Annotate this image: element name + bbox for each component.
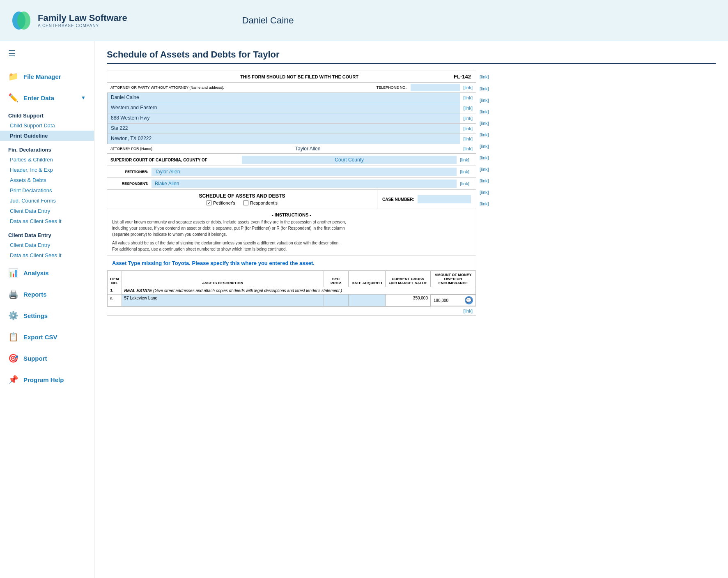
right-link-12[interactable]: [link] <box>480 201 489 206</box>
case-number-input[interactable] <box>418 195 471 203</box>
right-link-7[interactable]: [link] <box>480 144 489 149</box>
link-btn-5[interactable]: [link] <box>463 126 473 131</box>
sidebar-item-export-csv[interactable]: 📋 Export CSV <box>0 326 94 348</box>
hamburger-menu[interactable]: ☰ <box>0 41 94 66</box>
real-estate-label: REAL ESTATE (Give street addresses and a… <box>122 287 476 295</box>
item-a-sep-prop[interactable] <box>324 295 349 306</box>
link-btn-7[interactable]: [link] <box>463 146 473 151</box>
sidebar-item-settings[interactable]: ⚙️ Settings <box>0 305 94 326</box>
right-link-1[interactable]: [link] <box>480 74 489 79</box>
instructions-text: List all your known community and separa… <box>112 219 471 252</box>
respondent-checkbox[interactable] <box>243 200 248 205</box>
logo-text: Family Law Software A CENTERBASE COMPANY <box>38 13 127 28</box>
attorney-for-value: Taylor Allen <box>156 144 460 153</box>
sidebar-item-assets-debts[interactable]: Assets & Debts <box>0 175 94 185</box>
attorney-section: ATTORNEY OR PARTY WITHOUT ATTORNEY (Name… <box>107 83 476 154</box>
right-link-4[interactable]: [link] <box>480 109 489 114</box>
right-link-5[interactable]: [link] <box>480 121 489 126</box>
right-link-3[interactable]: [link] <box>480 98 489 103</box>
link-btn-6[interactable]: [link] <box>463 136 473 141</box>
petitioner-row: PETITIONER: Taylor Allen [link] <box>107 166 476 178</box>
attorney-name-value: Daniel Caine <box>107 93 460 103</box>
header-client-name: Daniel Caine <box>242 15 294 26</box>
sidebar-item-jud-council-forms[interactable]: Jud. Council Forms <box>0 196 94 206</box>
sidebar-item-file-manager[interactable]: 📁 File Manager <box>0 66 94 87</box>
svg-point-1 <box>17 12 30 30</box>
attorney-for-row: ATTORNEY FOR (Name) Taylor Allen [link] <box>107 144 476 154</box>
telephone-input-field[interactable] <box>411 84 460 91</box>
petitioner-checkbox[interactable]: ✓ <box>207 200 211 205</box>
folder-icon: 📁 <box>8 71 18 81</box>
right-link-column: [link] [link] [link] [link] [link] [link… <box>476 71 489 210</box>
link-btn-bottom[interactable]: [link] <box>463 309 473 313</box>
court-section: SUPERIOR COURT OF CALIFORNIA, COUNTY OF … <box>107 154 476 190</box>
sidebar-item-data-as-client-sees-2[interactable]: Data as Client Sees It <box>0 250 94 260</box>
sidebar: ☰ 📁 File Manager ✏️ Enter Data ▼ Child S… <box>0 41 94 578</box>
sidebar-item-print-declarations[interactable]: Print Declarations <box>0 185 94 196</box>
sidebar-reports-label: Reports <box>23 291 47 298</box>
sidebar-item-print-guideline[interactable]: Print Guideline <box>0 131 94 141</box>
petitioner-checkbox-label: Petitioner's <box>213 200 235 205</box>
respondent-checkbox-group: Respondent's <box>243 200 278 205</box>
sidebar-analysis-label: Analysis <box>23 269 49 276</box>
sidebar-item-header-inc-exp[interactable]: Header, Inc & Exp <box>0 165 94 175</box>
right-link-10[interactable]: [link] <box>480 178 489 183</box>
court-row: SUPERIOR COURT OF CALIFORNIA, COUNTY OF … <box>107 154 476 166</box>
right-link-9[interactable]: [link] <box>480 167 489 172</box>
schedule-checkboxes: ✓ Petitioner's Respondent's <box>112 200 372 205</box>
link-btn-9[interactable]: [link] <box>460 169 469 174</box>
respondent-row: RESPONDENT: Blake Allen [link] <box>107 178 476 189</box>
sidebar-support-label: Support <box>23 355 47 362</box>
link-btn-10[interactable]: [link] <box>460 181 469 186</box>
main-layout: ☰ 📁 File Manager ✏️ Enter Data ▼ Child S… <box>0 41 728 578</box>
link-btn-1[interactable]: [link] <box>463 85 473 90</box>
sidebar-enter-data-label: Enter Data <box>23 94 54 101</box>
sidebar-item-parties-children[interactable]: Parties & Children <box>0 154 94 165</box>
col-sep-prop: SEP. PROP. <box>324 271 349 287</box>
attorney-for-label: ATTORNEY FOR (Name) <box>107 146 156 152</box>
sidebar-item-client-data-entry-2[interactable]: Client Data Entry <box>0 240 94 250</box>
right-link-8[interactable]: [link] <box>480 155 489 160</box>
sidebar-program-help-label: Program Help <box>23 376 64 383</box>
main-content: Schedule of Assets and Debts for Taylor … <box>94 41 728 578</box>
sidebar-item-reports[interactable]: 🖨️ Reports <box>0 283 94 305</box>
firm-name-value: Western and Eastern <box>107 103 460 113</box>
sidebar-item-program-help[interactable]: 📌 Program Help <box>0 369 94 390</box>
form-header-notice: THIS FORM SHOULD NOT BE FILED WITH THE C… <box>145 74 454 79</box>
col-assets-desc: ASSETS DESCRIPTION <box>122 271 324 287</box>
case-number-area: CASE NUMBER: <box>377 190 476 209</box>
reports-icon: 🖨️ <box>8 289 18 299</box>
instructions-line2: including your spouse. If you contend an… <box>112 225 471 231</box>
link-btn-3[interactable]: [link] <box>463 106 473 111</box>
sidebar-item-enter-data[interactable]: ✏️ Enter Data ▼ <box>0 87 94 108</box>
sidebar-item-data-as-client-sees-1[interactable]: Data as Client Sees It <box>0 216 94 226</box>
item-a-fair-market: 350,000 <box>386 295 431 306</box>
petitioner-value: Taylor Allen <box>152 168 457 176</box>
item-a-date-acquired[interactable] <box>349 295 386 306</box>
col-date-acquired: DATE ACQUIRED <box>349 271 386 287</box>
right-link-2[interactable]: [link] <box>480 86 489 91</box>
real-estate-num: 1. <box>108 287 122 295</box>
sidebar-settings-label: Settings <box>23 312 48 319</box>
export-csv-icon: 📋 <box>8 332 18 342</box>
sidebar-item-analysis[interactable]: 📊 Analysis <box>0 262 94 283</box>
link-btn-2[interactable]: [link] <box>463 95 473 100</box>
table-row-real-estate-a: a. 57 Lakeview Lane 350,000 180,000 💬 <box>108 295 476 306</box>
address-line2-row: Ste 222 [link] <box>107 124 476 134</box>
right-link-11[interactable]: [link] <box>480 190 489 195</box>
sidebar-item-client-data-entry-1[interactable]: Client Data Entry <box>0 206 94 216</box>
client-data-entry-section: Client Data Entry Client Data Entry Data… <box>0 228 94 262</box>
sidebar-item-support[interactable]: 🎯 Support <box>0 348 94 369</box>
link-btn-8[interactable]: [link] <box>460 157 469 162</box>
program-help-icon: 📌 <box>8 375 18 385</box>
app-logo-icon <box>10 9 33 32</box>
sidebar-item-child-support-data[interactable]: Child Support Data <box>0 120 94 131</box>
item-a-letter: a. <box>108 295 122 306</box>
link-btn-4[interactable]: [link] <box>463 116 473 121</box>
right-link-6[interactable]: [link] <box>480 132 489 137</box>
app-name: Family Law Software <box>38 13 127 23</box>
item-a-description[interactable]: 57 Lakeview Lane <box>122 295 324 306</box>
analysis-icon: 📊 <box>8 268 18 278</box>
address-line1-value: 888 Western Hwy <box>107 113 460 123</box>
comment-icon[interactable]: 💬 <box>465 296 473 304</box>
